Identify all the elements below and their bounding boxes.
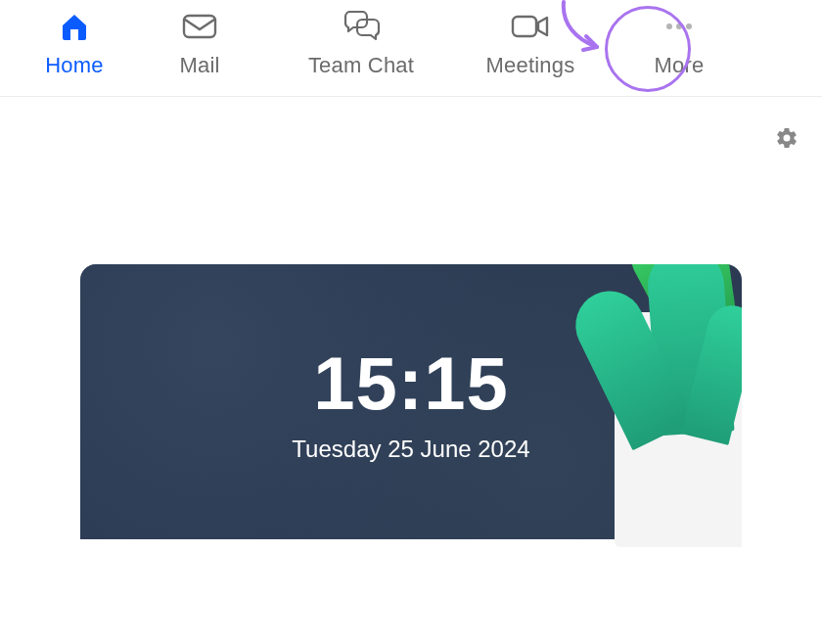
- home-icon: [59, 10, 90, 43]
- svg-point-4: [686, 23, 692, 29]
- svg-point-3: [676, 23, 682, 29]
- mail-icon: [182, 10, 217, 43]
- card-lower-area: [80, 539, 742, 644]
- top-tab-bar: Home Mail Team Chat Meetings: [0, 0, 822, 97]
- tab-more-label: More: [655, 53, 705, 78]
- tab-meetings-label: Meetings: [486, 53, 575, 78]
- tab-team-chat[interactable]: Team Chat: [272, 0, 450, 96]
- more-icon: [660, 10, 699, 43]
- home-clock-card: 15:15 Tuesday 25 June 2024: [80, 264, 742, 644]
- gear-icon: [775, 126, 799, 150]
- svg-point-2: [666, 23, 672, 29]
- clock-time: 15:15: [313, 341, 508, 426]
- tab-home-label: Home: [45, 53, 104, 78]
- tab-meetings[interactable]: Meetings: [450, 0, 611, 96]
- svg-rect-0: [184, 16, 215, 37]
- video-icon: [511, 10, 550, 43]
- chat-icon: [342, 10, 381, 43]
- tab-team-chat-label: Team Chat: [308, 53, 414, 78]
- tab-mail-label: Mail: [179, 53, 219, 78]
- settings-button[interactable]: [772, 123, 801, 153]
- clock-date: Tuesday 25 June 2024: [292, 436, 529, 463]
- svg-rect-1: [513, 17, 536, 36]
- clock-panel: 15:15 Tuesday 25 June 2024: [80, 264, 742, 539]
- tab-mail[interactable]: Mail: [127, 0, 272, 96]
- tab-more[interactable]: More: [611, 0, 748, 96]
- tab-home[interactable]: Home: [22, 0, 127, 96]
